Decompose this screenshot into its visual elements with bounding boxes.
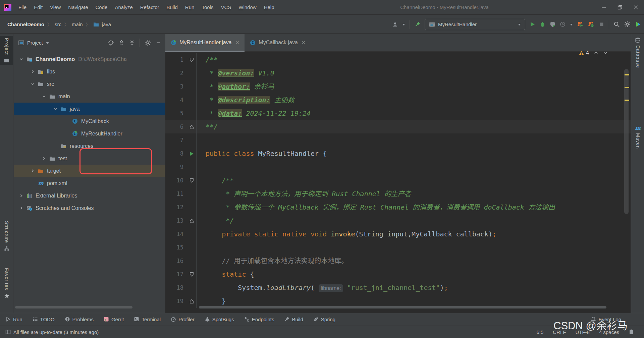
- fold-down-icon[interactable]: [187, 53, 196, 66]
- breadcrumb-channeldeomo[interactable]: ChannelDeomo: [7, 21, 44, 27]
- menu-build[interactable]: Build: [163, 3, 181, 11]
- tool-window-button-endpoints[interactable]: Endpoints: [244, 317, 274, 322]
- profiler-clock-icon[interactable]: [560, 21, 566, 27]
- menu-vcs[interactable]: VCS: [217, 3, 235, 11]
- code-line-6[interactable]: 6**/: [165, 120, 631, 133]
- chevron-down-icon[interactable]: [40, 94, 48, 99]
- profile-run-icon[interactable]: [577, 21, 584, 27]
- coverage-icon[interactable]: [550, 21, 555, 27]
- tool-window-button-todo[interactable]: TODO: [33, 317, 55, 322]
- menu-view[interactable]: View: [46, 3, 64, 11]
- tree-item-external-libraries[interactable]: External Libraries: [14, 189, 165, 202]
- warning-stripe-mark[interactable]: [625, 87, 629, 88]
- run-configuration-select[interactable]: MyResultHandler: [425, 19, 525, 30]
- menu-edit[interactable]: Edit: [30, 3, 46, 11]
- editor-hscrollbar[interactable]: [199, 306, 606, 308]
- tool-stripe-favorites[interactable]: Favorites: [0, 266, 13, 301]
- breadcrumb-src[interactable]: src: [55, 21, 61, 27]
- code-line-18[interactable]: 18 System.loadLibrary( libname: "rust_jn…: [165, 281, 631, 294]
- tool-window-button-problems[interactable]: Problems: [65, 317, 94, 322]
- code-line-2[interactable]: 2 * @version: V1.0: [165, 66, 631, 80]
- tree-item-target[interactable]: target: [14, 165, 165, 177]
- chevron-down-icon[interactable]: [51, 107, 59, 111]
- editor-tab-myresulthandler-java[interactable]: CMyResultHandler.java✕: [165, 34, 245, 51]
- tree-item-myresulthandler[interactable]: CMyResultHandler: [14, 127, 165, 140]
- hide-icon[interactable]: [156, 40, 161, 46]
- settings-gear-icon[interactable]: [624, 21, 631, 27]
- code-line-19[interactable]: 19 }: [165, 294, 631, 308]
- tree-item-resources[interactable]: resources: [14, 140, 165, 152]
- warning-stripe-mark[interactable]: [625, 100, 629, 101]
- chevron-right-icon[interactable]: [29, 69, 37, 74]
- stop-icon[interactable]: [599, 21, 604, 27]
- code-line-14[interactable]: 14 private static native void invoke(Str…: [165, 227, 631, 241]
- chevron-down-icon[interactable]: [17, 57, 25, 61]
- code-line-12[interactable]: 12 * 参数传递一个 MyCallback 实例，绑定 Rust Channe…: [165, 201, 631, 214]
- code-line-9[interactable]: 9: [165, 160, 631, 174]
- tool-window-button-spring[interactable]: Spring: [313, 317, 335, 322]
- lock-icon[interactable]: [629, 329, 634, 335]
- user-icon[interactable]: [392, 22, 398, 27]
- run-icon[interactable]: [530, 21, 535, 27]
- project-panel-hscrollbar[interactable]: [15, 306, 132, 308]
- tool-stripe-database[interactable]: Database: [631, 37, 644, 68]
- caret-down-icon[interactable]: [570, 23, 573, 26]
- tool-window-button-run[interactable]: Run: [5, 317, 22, 322]
- expand-all-icon[interactable]: [119, 40, 124, 46]
- fold-up-icon[interactable]: [187, 120, 196, 133]
- close-button[interactable]: [628, 0, 644, 14]
- locate-icon[interactable]: [108, 40, 114, 46]
- fold-up-icon[interactable]: [187, 294, 196, 308]
- tool-window-button-build[interactable]: Build: [284, 317, 303, 322]
- next-warning-icon[interactable]: [603, 51, 608, 55]
- menu-refactor[interactable]: Refactor: [137, 3, 163, 11]
- tool-window-button-gerrit[interactable]: Gerrit: [104, 317, 124, 322]
- tool-window-button-terminal[interactable]: Terminal: [134, 317, 161, 322]
- fold-up-icon[interactable]: [187, 214, 196, 227]
- tree-item-mycallback[interactable]: CMyCallback: [14, 115, 165, 127]
- profile-debug-icon[interactable]: [588, 21, 594, 27]
- code-line-13[interactable]: 13 */: [165, 214, 631, 227]
- tool-window-button-spotbugs[interactable]: SpotBugs: [205, 317, 234, 322]
- code-editor[interactable]: 1/**2 * @version: V1.03 * @author: 余衫马4 …: [165, 53, 631, 308]
- collapse-all-icon[interactable]: [129, 40, 135, 46]
- debug-icon[interactable]: [540, 21, 545, 27]
- menu-navigate[interactable]: Navigate: [64, 3, 92, 11]
- restore-button[interactable]: [612, 0, 628, 14]
- breadcrumb-java[interactable]: java: [102, 21, 111, 27]
- search-icon[interactable]: [613, 21, 620, 27]
- menu-help[interactable]: Help: [260, 3, 278, 11]
- menu-analyze[interactable]: Analyze: [111, 3, 136, 11]
- menu-code[interactable]: Code: [92, 3, 111, 11]
- menu-window[interactable]: Window: [235, 3, 260, 11]
- editor-tab-mycallback-java[interactable]: CMyCallback.java✕: [245, 34, 311, 51]
- menu-file[interactable]: File: [15, 3, 30, 11]
- chevron-right-icon[interactable]: [17, 206, 25, 210]
- code-line-16[interactable]: 16 // 用于加载包含本地方法实现的本地库。: [165, 254, 631, 268]
- code-line-17[interactable]: 17 static {: [165, 268, 631, 281]
- warning-stripe-mark[interactable]: [625, 74, 629, 75]
- status-caret-position[interactable]: 6:5: [536, 329, 543, 335]
- caret-down-icon[interactable]: [46, 42, 49, 44]
- tree-item-libs[interactable]: libs: [14, 65, 165, 78]
- code-line-4[interactable]: 4 * @description: 主函数: [165, 93, 631, 107]
- code-line-5[interactable]: 5 * @data: 2024-11-22 19:24: [165, 107, 631, 120]
- code-line-1[interactable]: 1/**: [165, 53, 631, 66]
- tree-item-test[interactable]: test: [14, 152, 165, 165]
- chevron-right-icon[interactable]: [17, 193, 25, 198]
- chevron-right-icon[interactable]: [29, 169, 37, 173]
- tree-item-channeldeomo[interactable]: ChannelDeomoD:\JWorkSpace\Cha: [14, 53, 165, 65]
- menu-run[interactable]: Run: [181, 3, 198, 11]
- code-line-3[interactable]: 3 * @author: 余衫马: [165, 80, 631, 93]
- chevron-right-icon[interactable]: [40, 156, 48, 161]
- tool-window-button-profiler[interactable]: Profiler: [171, 317, 195, 322]
- tool-stripe-structure[interactable]: Structure: [0, 219, 13, 253]
- build-hammer-icon[interactable]: [414, 21, 420, 27]
- tab-close-icon[interactable]: ✕: [302, 40, 306, 45]
- prev-warning-icon[interactable]: [594, 51, 598, 55]
- tree-item-java[interactable]: java: [14, 103, 165, 115]
- tree-item-main[interactable]: main: [14, 90, 165, 103]
- tab-close-icon[interactable]: ✕: [235, 40, 239, 45]
- code-line-11[interactable]: 11 * 声明一个本地方法，用于绑定到 Rust Channel 的生产者: [165, 187, 631, 201]
- tree-item-scratches-and-consoles[interactable]: Scratches and Consoles: [14, 202, 165, 214]
